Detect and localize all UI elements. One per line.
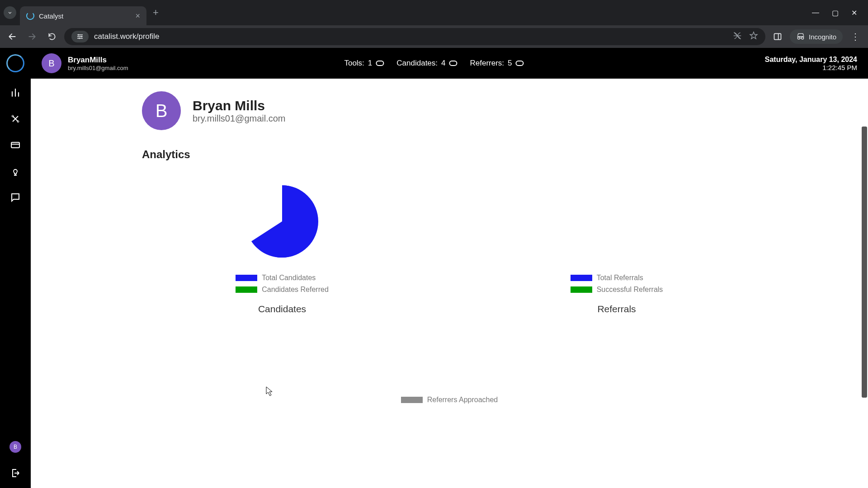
scrollbar-thumb[interactable] [862, 127, 867, 398]
tab-title: Catalyst [39, 12, 131, 20]
legend-swatch [236, 286, 257, 293]
stat-tools: Tools: 1 [344, 59, 384, 68]
svg-rect-0 [774, 33, 781, 39]
header-username: BryanMills [68, 56, 128, 65]
candidates-pie [237, 176, 327, 267]
side-panel-button[interactable] [770, 29, 785, 44]
analytics-title: Analytics [142, 148, 757, 161]
star-icon [749, 31, 758, 40]
header-date: Saturday, January 13, 2024 [765, 56, 857, 64]
stat-candidates: Candidates: 4 [396, 59, 457, 68]
bookmark-button[interactable] [749, 31, 758, 42]
tab-search-dropdown[interactable] [4, 6, 16, 19]
header-time: 1:22:45 PM [765, 64, 857, 71]
sidebar: B [0, 48, 31, 488]
sidebar-tools[interactable] [9, 113, 21, 125]
legend-swatch [401, 397, 423, 403]
legend-swatch [571, 275, 592, 281]
incognito-icon [796, 32, 805, 41]
close-window-button[interactable]: ✕ [851, 9, 857, 17]
bar-chart-icon [10, 87, 21, 98]
legend-item: Referrers Approached [401, 396, 498, 404]
logout-icon [10, 468, 21, 479]
message-icon [10, 192, 21, 203]
profile-avatar: B [142, 91, 181, 130]
browser-tab[interactable]: Catalyst × [20, 6, 146, 25]
credit-card-icon [10, 140, 21, 150]
stat-referrers: Referrers: 5 [470, 59, 524, 68]
sidebar-billing[interactable] [9, 139, 21, 151]
panel-icon [773, 32, 782, 41]
header-avatar[interactable]: B [42, 53, 61, 73]
incognito-indicator[interactable]: Incognito [790, 29, 843, 44]
site-info-chip[interactable] [71, 31, 89, 42]
profile-email: bry.mills01@gmail.com [193, 113, 286, 124]
sidebar-ideas[interactable] [9, 165, 21, 177]
favicon-icon [26, 12, 34, 20]
tools-icon [10, 113, 21, 124]
lightbulb-icon [10, 166, 21, 177]
legend-item: Total Candidates [236, 274, 329, 282]
sidebar-user-avatar[interactable]: B [9, 441, 21, 453]
svg-rect-4 [11, 142, 19, 148]
back-button[interactable] [5, 29, 20, 44]
minimize-button[interactable]: — [812, 9, 819, 17]
reload-button[interactable] [44, 29, 60, 44]
reload-icon [47, 32, 57, 41]
incognito-label: Incognito [809, 33, 836, 41]
chart-title: Referrals [597, 304, 636, 314]
pill-icon [516, 61, 524, 66]
forward-button[interactable] [24, 29, 40, 44]
new-tab-button[interactable]: + [153, 7, 159, 19]
window-controls: — ▢ ✕ [812, 9, 868, 17]
app-header: B BryanMills bry.mills01@gmail.com Tools… [31, 48, 868, 79]
sidebar-analytics[interactable] [9, 87, 21, 99]
sidebar-logout[interactable] [9, 467, 21, 479]
candidates-chart: Total Candidates Candidates Referred Can… [142, 172, 422, 314]
sidebar-messages[interactable] [9, 192, 21, 203]
legend-swatch [571, 286, 592, 293]
url-text: catalist.work/profile [94, 32, 160, 41]
arrow-left-icon [8, 32, 17, 41]
maximize-button[interactable]: ▢ [832, 9, 839, 17]
referrers-chart-legend: Referrers Approached [142, 396, 757, 404]
browser-toolbar: catalist.work/profile Incognito ⋮ [0, 25, 868, 48]
legend-item: Successful Referrals [571, 286, 663, 294]
tune-icon [76, 33, 84, 41]
tab-close-button[interactable]: × [135, 11, 140, 21]
app-logo[interactable] [6, 54, 24, 72]
referrals-chart: Total Referrals Successful Referrals Ref… [476, 172, 757, 314]
header-email: bry.mills01@gmail.com [68, 65, 128, 71]
tracking-protection-icon[interactable] [733, 31, 742, 42]
chevron-down-icon [7, 9, 13, 16]
header-stats: Tools: 1 Candidates: 4 Referrers: 5 [344, 59, 524, 68]
chart-title: Candidates [258, 304, 306, 314]
legend-item: Candidates Referred [236, 286, 329, 294]
address-bar[interactable]: catalist.work/profile [64, 28, 765, 45]
legend-item: Total Referrals [571, 274, 663, 282]
profile-name: Bryan Mills [193, 98, 286, 113]
content-area[interactable]: B Bryan Mills bry.mills01@gmail.com Anal… [31, 79, 868, 488]
arrow-right-icon [28, 32, 37, 41]
browser-tab-strip: Catalyst × + — ▢ ✕ [0, 0, 868, 25]
pill-icon [449, 61, 458, 66]
profile-header: B Bryan Mills bry.mills01@gmail.com [142, 91, 757, 130]
browser-menu-button[interactable]: ⋮ [847, 31, 863, 42]
pill-icon [376, 61, 384, 66]
legend-swatch [236, 275, 257, 281]
